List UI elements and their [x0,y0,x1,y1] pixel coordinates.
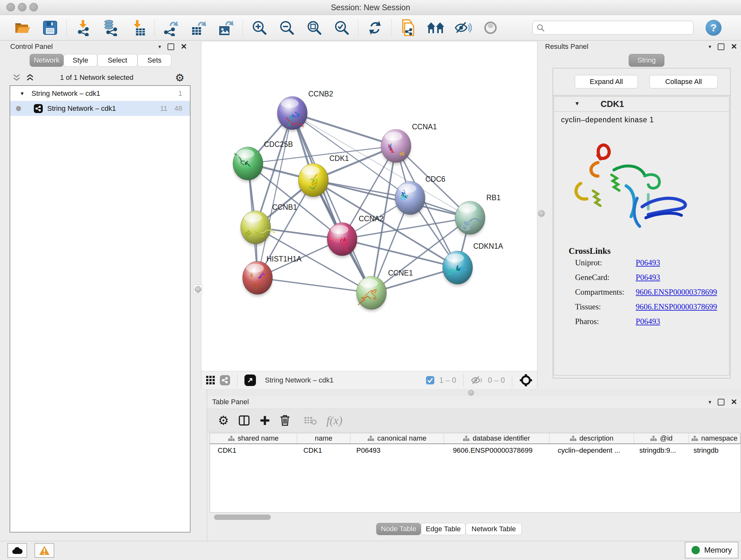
panel-float-icon[interactable] [718,399,724,406]
panel-close-icon[interactable]: ✕ [731,42,737,51]
column-header-namespace[interactable]: namespace [689,433,740,443]
tab-edge-table[interactable]: Edge Table [421,523,466,535]
column-header--id[interactable]: @id [634,433,689,443]
cloud-status-button[interactable] [7,543,27,558]
export-image-button[interactable] [212,17,240,38]
string-view-icon[interactable] [220,375,230,385]
crosslink-row: GeneCard:P06493 [575,273,725,288]
export-network-button[interactable] [158,17,185,38]
tab-node-table[interactable]: Node Table [376,523,421,535]
scrollbar-thumb[interactable] [214,515,271,520]
selected-nodes-checkbox-icon[interactable] [426,376,434,385]
network-from-selection-button[interactable] [394,17,422,38]
import-table-button[interactable] [125,17,152,38]
window-minimize-button[interactable] [18,3,26,11]
search-input[interactable] [545,23,693,32]
node-CCNB2[interactable]: CCNB2 [277,90,333,132]
edge-CCNB2-CCNA1[interactable] [292,113,396,146]
column-header-database-identifier[interactable]: database identifier [444,433,549,443]
refresh-button[interactable] [361,17,389,38]
zoom-out-button[interactable] [273,17,300,38]
column-header-name[interactable]: name [297,433,351,443]
table-options-gear-icon[interactable]: ⚙ [218,414,229,428]
table-cell[interactable]: stringdb [689,446,740,455]
grid-view-icon[interactable] [206,375,215,385]
tab-select[interactable]: Select [97,54,138,67]
left-splitter-handle[interactable] [193,285,202,294]
panel-float-icon[interactable] [167,44,174,50]
zoom-in-button[interactable] [246,17,273,38]
table-horizontal-scrollbar[interactable] [210,514,741,520]
edge-HIST1H1A-CCNE1[interactable] [258,278,372,293]
zoom-selected-button[interactable] [328,17,355,38]
help-button[interactable]: ? [705,20,722,36]
crosslink-link[interactable]: 9606.ENSP00000378699 [636,288,717,302]
zoom-fit-button[interactable] [300,17,328,38]
table-cell[interactable]: cyclin–dependent ... [549,446,634,455]
hide-selected-button[interactable] [449,17,477,38]
horizontal-splitter[interactable] [207,389,741,396]
crosslink-link[interactable]: 9606.ENSP00000378699 [636,302,717,317]
function-builder-icon[interactable]: f(x) [327,414,342,427]
entry-collapse-caret-icon[interactable]: ▼ [575,101,580,107]
panel-menu-icon[interactable]: ▾ [709,44,711,50]
table-cell[interactable]: P06493 [350,446,444,455]
add-column-icon[interactable] [259,415,270,426]
delete-table-icon[interactable] [304,416,317,425]
edge-CCNA2-CDKN1A[interactable] [342,239,458,267]
warning-status-button[interactable] [35,543,54,558]
tab-network[interactable]: Network [30,54,64,67]
memory-button[interactable]: Memory [685,542,738,558]
network-canvas[interactable]: CCNB2CCNA1CDC25BCDK1CDC6RB1CCNB1CCNA2CDK… [201,42,538,371]
collapse-all-button[interactable]: Collapse All [650,75,718,88]
houses-button[interactable] [422,17,449,38]
node-CDKN1A[interactable]: CDKN1A [443,242,503,286]
crosslink-link[interactable]: P06493 [636,317,660,332]
table-cell[interactable]: 9606.ENSP00000378699 [444,446,549,455]
network-row[interactable]: String Network – cdk1 11 48 [10,101,190,116]
open-session-button[interactable] [9,17,37,38]
expand-all-button[interactable]: Expand All [575,75,638,88]
crosslink-link[interactable]: P06493 [636,258,660,273]
column-header-canonical-name[interactable]: canonical name [350,433,444,443]
hidden-eye-slash-icon[interactable] [471,375,483,385]
node-HIST1H1A[interactable]: HIST1H1A [243,255,302,296]
panel-menu-icon[interactable]: ▾ [158,44,161,50]
column-header-description[interactable]: description [549,433,634,443]
crosslink-link[interactable]: P06493 [636,273,660,288]
node-CDK1[interactable]: CDK1 [298,154,349,199]
column-header-shared-name[interactable]: shared name [210,433,297,443]
panel-close-icon[interactable]: ✕ [731,397,737,407]
network-collection-row[interactable]: ▼ String Network – cdk1 1 [10,86,190,101]
gene-entry-header[interactable]: ▼ CDK1 [554,97,729,112]
table-cell[interactable]: stringdb:9... [634,446,689,455]
table-cell[interactable]: CDK1 [210,446,297,455]
delete-column-icon[interactable] [280,415,290,426]
panel-close-icon[interactable]: ✕ [181,42,187,51]
node-RB1[interactable]: RB1 [455,193,501,236]
save-session-button[interactable] [37,17,64,38]
show-hidden-button[interactable] [477,17,504,38]
crosshair-icon[interactable] [519,374,533,387]
shared-column-icon [650,436,657,441]
window-zoom-button[interactable] [29,3,38,11]
table-row[interactable]: CDK1CDK1P064939606.ENSP00000378699cyclin… [210,444,740,457]
table-cell[interactable]: CDK1 [297,446,351,455]
panel-float-icon[interactable] [718,44,724,50]
edge-CCNB2-CCNE1[interactable] [292,113,372,293]
import-network-from-file-button[interactable] [70,17,97,38]
edge-CDK1-RB1[interactable] [313,180,470,218]
tab-string[interactable]: String [629,54,664,67]
export-table-button[interactable] [185,17,212,38]
window-close-button[interactable] [6,3,15,11]
tab-network-table[interactable]: Network Table [466,523,522,535]
control-panel-title: Control Panel [10,43,53,51]
import-network-from-database-button[interactable] [97,17,125,38]
node-CCNE1[interactable]: CCNE1 [356,269,413,311]
panel-menu-icon[interactable]: ▾ [709,399,711,406]
tab-sets[interactable]: Sets [138,54,172,67]
collection-expand-caret-icon[interactable]: ▼ [20,91,24,96]
tab-style[interactable]: Style [64,54,97,67]
show-columns-icon[interactable] [239,415,250,426]
birdseye-view-icon[interactable] [245,374,256,386]
